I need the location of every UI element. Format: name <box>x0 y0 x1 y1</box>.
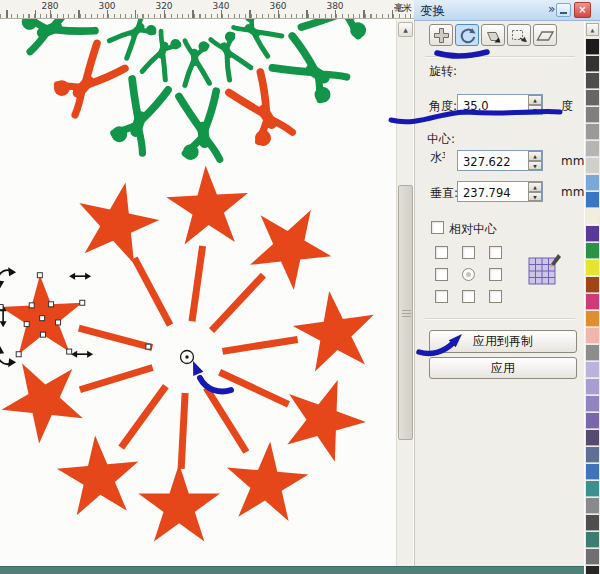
palette-swatch[interactable] <box>586 175 599 191</box>
star-tail[interactable] <box>80 368 153 390</box>
palette-swatch[interactable] <box>586 56 599 72</box>
apply-to-duplicate-button[interactable]: 应用到再制 <box>429 330 577 353</box>
person-figure[interactable] <box>211 29 252 80</box>
anchor-checkbox[interactable] <box>462 290 475 303</box>
palette-swatch[interactable] <box>586 39 599 55</box>
star[interactable] <box>2 364 83 444</box>
star[interactable] <box>287 380 366 462</box>
palette-scroll-up[interactable]: ▲ <box>586 23 599 36</box>
docker-minimize-button[interactable] <box>556 3 571 17</box>
palette-swatch[interactable] <box>586 158 599 174</box>
scrollbar-thumb[interactable] <box>398 185 413 440</box>
anchor-checkbox[interactable] <box>462 246 475 259</box>
anchor-checkbox[interactable] <box>489 268 502 281</box>
horizontal-spin-down[interactable]: ▼ <box>528 161 542 171</box>
palette-swatch[interactable] <box>586 413 599 429</box>
tool-size-button[interactable] <box>507 24 531 46</box>
tool-scale-mirror-button[interactable] <box>481 24 505 46</box>
palette-swatch[interactable] <box>586 362 599 378</box>
palette-swatch[interactable] <box>586 260 599 276</box>
node-square[interactable] <box>80 300 85 305</box>
palette-swatch[interactable] <box>586 549 599 565</box>
palette-swatch[interactable] <box>586 107 599 123</box>
person-figure[interactable] <box>109 12 159 59</box>
node-square[interactable] <box>37 273 42 278</box>
palette-swatch[interactable] <box>586 192 599 208</box>
angle-spin-down[interactable]: ▼ <box>528 105 542 115</box>
palette-swatch[interactable] <box>586 311 599 327</box>
anchor-checkbox[interactable] <box>489 290 502 303</box>
tool-skew-button[interactable] <box>533 24 557 46</box>
node-square[interactable] <box>16 352 21 357</box>
palette-swatch[interactable] <box>586 396 599 412</box>
palette-swatch[interactable] <box>586 464 599 480</box>
star-tail[interactable] <box>220 372 289 404</box>
star-tail[interactable] <box>206 388 246 452</box>
star-tail[interactable] <box>192 246 203 321</box>
palette-swatch[interactable] <box>586 277 599 293</box>
palette-swatch[interactable] <box>586 90 599 106</box>
person-figure[interactable] <box>179 91 220 161</box>
rotation-handle[interactable] <box>0 267 16 288</box>
star[interactable] <box>57 436 138 516</box>
star[interactable] <box>293 291 374 372</box>
person-figure[interactable] <box>185 41 209 86</box>
scroll-up-button[interactable]: ▲ <box>398 22 413 37</box>
tool-rotation-button[interactable] <box>455 24 479 46</box>
relative-center-checkbox[interactable] <box>431 221 444 234</box>
anchor-checkbox[interactable] <box>435 290 448 303</box>
anchor-checkbox[interactable] <box>435 246 448 259</box>
skew-handle[interactable] <box>71 351 93 358</box>
node-square[interactable] <box>24 322 29 327</box>
vertical-spin-up[interactable]: ▲ <box>528 182 542 192</box>
star-tail[interactable] <box>134 258 170 325</box>
vertical-input[interactable] <box>458 182 526 201</box>
vertical-spin-down[interactable]: ▼ <box>528 192 542 202</box>
palette-swatch[interactable] <box>586 481 599 497</box>
star-tail[interactable] <box>223 339 298 351</box>
person-figure[interactable] <box>49 41 124 115</box>
palette-swatch[interactable] <box>586 379 599 395</box>
star-selected[interactable] <box>1 275 83 354</box>
star-tail[interactable] <box>121 386 166 447</box>
drawing-canvas[interactable] <box>0 0 396 574</box>
palette-swatch[interactable] <box>586 226 599 242</box>
palette-swatch[interactable] <box>586 124 599 140</box>
person-figure[interactable] <box>108 76 168 153</box>
tool-position-button[interactable] <box>429 24 453 46</box>
person-figure[interactable] <box>270 36 347 107</box>
star[interactable] <box>166 166 248 245</box>
palette-swatch[interactable] <box>586 294 599 310</box>
person-figure[interactable] <box>142 31 183 82</box>
horizontal-input[interactable] <box>458 151 526 170</box>
palette-swatch[interactable] <box>586 566 599 574</box>
apply-button[interactable]: 应用 <box>429 357 577 379</box>
palette-swatch[interactable] <box>586 345 599 361</box>
node-square[interactable] <box>49 302 54 307</box>
node-square[interactable] <box>29 303 34 308</box>
palette-swatch[interactable] <box>586 243 599 259</box>
docker-chevron-button[interactable]: » <box>548 2 555 16</box>
person-figure[interactable] <box>227 72 292 150</box>
palette-swatch[interactable] <box>586 73 599 89</box>
horizontal-spin-up[interactable]: ▲ <box>528 151 542 161</box>
node-square[interactable] <box>40 316 45 321</box>
palette-swatch[interactable] <box>586 328 599 344</box>
anchor-checkbox[interactable] <box>489 246 502 259</box>
canvas-vertical-scrollbar[interactable]: ▲ <box>396 20 413 566</box>
anchor-center-radio[interactable] <box>462 268 475 281</box>
docker-close-button[interactable]: × <box>574 2 591 18</box>
star[interactable] <box>79 183 159 264</box>
star-tail[interactable] <box>212 275 264 331</box>
palette-swatch[interactable] <box>586 141 599 157</box>
palette-swatch[interactable] <box>586 209 599 225</box>
star-tail[interactable] <box>181 393 185 469</box>
star-tail[interactable] <box>79 328 152 348</box>
star[interactable] <box>138 464 220 542</box>
palette-swatch[interactable] <box>586 515 599 531</box>
node-square[interactable] <box>0 305 3 310</box>
node-square[interactable] <box>40 332 45 337</box>
anchor-checkbox[interactable] <box>435 268 448 281</box>
node-square[interactable] <box>146 344 151 349</box>
node-square[interactable] <box>67 349 72 354</box>
